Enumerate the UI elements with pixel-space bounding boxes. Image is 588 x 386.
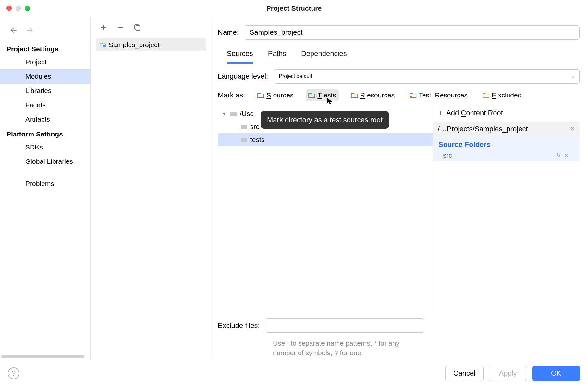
dialog-footer: ? Cancel Apply OK [0,360,588,386]
section-header-project: Project Settings [0,34,90,53]
content-root-path-text: /…Projects/Samples_project [438,125,528,133]
remove-folder-button[interactable]: ✕ [564,152,569,159]
mark-sources-label: ources [273,91,293,99]
mark-test-resources-label2: Resources [435,91,468,99]
cancel-button[interactable]: Cancel [445,366,484,381]
settings-sidebar: Project Settings Project Modules Librari… [0,17,91,360]
add-content-root-button[interactable]: + Add Content Root [433,107,580,122]
exclude-files-input[interactable] [266,318,424,333]
module-item-label: Samples_project [109,41,159,49]
svg-rect-4 [410,96,412,98]
folder-resources-icon: ⋮ [351,92,358,98]
tooltip: Mark directory as a test sources root [261,111,389,129]
content-roots-panel: + Add Content Root /…Projects/Samples_pr… [433,104,580,312]
nav-back-button[interactable] [10,27,17,34]
source-folder-item[interactable]: src ✎ ✕ [433,150,580,161]
tab-dependencies[interactable]: Dependencies [301,45,347,63]
folder-icon [230,111,237,117]
mark-excluded-button[interactable]: Excluded [480,89,524,101]
mark-excluded-label-u: E [492,91,496,99]
language-level-label: Language level: [218,72,268,81]
folder-tests-icon [308,92,315,98]
tab-paths[interactable]: Paths [268,45,286,63]
mark-excluded-label: xcluded [498,91,521,99]
mark-tests-label-u: T [317,91,322,99]
folder-excluded-icon [483,92,490,98]
section-header-platform: Platform Settings [0,126,90,138]
svg-text:⋮: ⋮ [352,94,355,98]
content-root-path[interactable]: /…Projects/Samples_project ✕ [433,122,580,136]
mark-resources-label-u: R [360,91,365,99]
apply-button[interactable]: Apply [489,366,527,381]
tree-item-label: tests [250,136,264,144]
folder-icon [240,137,248,143]
svg-rect-2 [103,45,105,47]
sidebar-item-artifacts[interactable]: Artifacts [0,112,90,126]
module-icon [100,42,106,47]
tab-sources[interactable]: Sources [227,45,253,64]
mark-resources-button[interactable]: ⋮ Resources [349,89,397,101]
add-module-button[interactable]: + [100,23,107,31]
chevron-down-icon: ▾ [223,111,227,116]
svg-rect-1 [136,26,140,30]
folder-test-resources-icon [410,92,417,98]
help-button[interactable]: ? [8,367,19,379]
sidebar-item-project[interactable]: Project [0,55,90,69]
sidebar-item-global-libraries[interactable]: Global Libraries [0,154,90,169]
tree-item-tests[interactable]: tests [218,133,433,146]
mark-sources-button[interactable]: Sources [255,89,296,101]
sidebar-item-libraries[interactable]: Libraries [0,84,90,98]
exclude-files-hint: Use ; to separate name patterns, * for a… [273,339,424,358]
edit-folder-button[interactable]: ✎ [556,152,561,159]
chevron-down-icon: ⌵ [571,73,575,80]
remove-root-button[interactable]: ✕ [570,125,575,133]
ok-button[interactable]: OK [532,366,580,381]
sidebar-item-modules[interactable]: Modules [0,69,90,84]
mark-test-resources-button[interactable]: Test Resources [407,89,470,101]
window-title: Project Structure [0,5,588,12]
mark-as-label: Mark as: [218,91,245,99]
nav-forward-button[interactable] [27,27,34,34]
module-name-input[interactable] [245,25,580,40]
module-detail-panel: Name: Sources Paths Dependencies Languag… [212,17,588,360]
modules-list-panel: + − Samples_project [91,17,212,360]
tree-root-label: /Use [240,110,254,118]
language-level-value: Project default [279,73,312,79]
sidebar-item-facets[interactable]: Facets [0,98,90,112]
name-label: Name: [218,28,239,37]
mark-tests-button[interactable]: Tests [306,89,338,101]
language-level-select[interactable]: Project default ⌵ [274,69,580,84]
source-tree: ▾ /Use src tests [218,104,433,312]
window-minimize-icon [16,6,21,11]
mark-test-resources-label: Test [419,91,433,99]
sidebar-item-problems[interactable]: Problems [0,176,90,191]
module-tabs: Sources Paths Dependencies [218,45,580,63]
copy-module-button[interactable] [133,23,141,31]
mark-resources-label: esources [367,91,395,99]
folder-icon [240,124,248,130]
folder-sources-icon [257,92,264,98]
window-close-icon[interactable] [6,6,12,11]
tree-item-label: src [250,123,259,131]
module-item[interactable]: Samples_project [96,38,206,51]
plus-icon: + [438,109,443,118]
remove-module-button[interactable]: − [116,23,124,31]
content-root-label: Add Content Root [446,109,503,117]
cursor-icon [326,97,333,108]
sidebar-item-sdks[interactable]: SDKs [0,140,90,154]
source-folders-header: Source Folders [433,136,580,150]
window-zoom-icon[interactable] [25,6,30,11]
mark-sources-label-u: S [266,91,271,99]
exclude-files-label: Exclude files: [218,321,260,330]
source-folder-label: src [443,151,452,159]
sidebar-scrollbar[interactable] [1,355,84,358]
titlebar: Project Structure [0,0,588,17]
